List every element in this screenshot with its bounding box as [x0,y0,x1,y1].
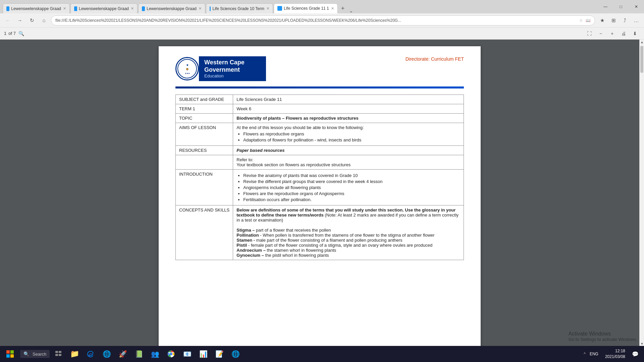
notification-icon: 💬 [632,351,639,357]
taskbar-app6-icon[interactable]: 📗 [131,347,146,361]
logo-circle: ⚜ 🦁 ★★★ [175,57,199,80]
list-item: Revise the anatomy of plants that was co… [243,173,460,178]
star-icon[interactable]: ☆ [579,18,583,23]
tab-overflow-button[interactable]: ⌄ [347,8,355,13]
notify-area: ^ [584,352,586,356]
scroll-up-arrow[interactable]: ▲ [640,40,644,44]
notification-center-button[interactable]: 💬 [629,347,641,361]
definition-stamen: Stamen - male part of the flower consist… [236,238,460,243]
address-box[interactable]: file:///E:/Life%20Sciences%202021/LESSON… [51,15,595,25]
svg-rect-11 [59,354,61,356]
tab-close-4[interactable]: ✕ [266,6,269,11]
svg-rect-10 [55,354,58,356]
pdf-toolbar-right: ⛶ − + 🖨 ⬇ [584,29,640,38]
close-button[interactable]: ✕ [629,0,644,13]
forward-button[interactable]: → [15,15,25,25]
tab-label-5: Life Sciences Grade 11 1 [284,6,329,11]
taskbar-clock[interactable]: 12:18 2021/03/08 [602,348,628,360]
label-term: TERM 1 [176,104,233,114]
taskbar-file-explorer-icon[interactable]: 📁 [67,347,82,361]
new-tab-button[interactable]: + [338,3,347,13]
chrome-icon [167,350,175,358]
refresh-button[interactable]: ↻ [27,15,37,25]
rocket-icon: 🚀 [119,350,127,358]
fit-page-button[interactable]: ⛶ [584,29,594,38]
definition-pistil: Pistil - female part of the flower consi… [236,243,460,248]
content-resources-detail: Refer to: Your textbook section on flowe… [233,155,464,170]
list-item: Fertilisation occurs after pollination. [243,197,460,202]
settings-menu-icon[interactable]: … [631,15,641,25]
scroll-down-arrow[interactable]: ▼ [640,341,644,346]
maximize-button[interactable]: □ [613,0,629,13]
taskbar: 🔍 Search 📁 🌐 🚀 [0,346,644,362]
crest-svg: ⚜ 🦁 ★★★ [177,59,197,79]
tab-icon-3 [142,6,145,11]
print-button[interactable]: 🖨 [619,29,629,38]
list-item: Angiosperms include all flowering plants [243,185,460,190]
taskbar-taskview-icon[interactable] [51,347,66,361]
definitions-block: Stigma – part of a flower that receives … [236,228,460,258]
tab-close-5[interactable]: ✕ [331,6,334,11]
taskbar-sys-tray: ENG [587,352,601,356]
taskbar-edge2-icon[interactable]: 🌐 [228,347,243,361]
label-topic: TOPIC [176,114,233,123]
zoom-in-button[interactable]: + [607,29,617,38]
table-row-introduction: INTRODUCTION Revise the anatomy of plant… [176,170,464,205]
taskbar-app5-icon[interactable]: 🚀 [115,347,130,361]
home-button[interactable]: ⌂ [39,15,49,25]
pdf-scrollbar[interactable]: ▲ ▼ [639,40,644,346]
pdf-search-icon[interactable]: 🔍 [18,31,24,36]
doc-header: ⚜ 🦁 ★★★ Western Cape Government Educatio… [175,56,464,81]
address-text: file:///E:/Life%20Sciences%202021/LESSON… [55,18,577,23]
taskbar-powerpoint-icon[interactable]: 📊 [196,347,211,361]
share-icon[interactable]: ⤴ [620,15,630,25]
collections-icon[interactable]: ⊞ [608,15,619,25]
scroll-thumb[interactable] [640,46,643,73]
tab-close-2[interactable]: ✕ [131,6,134,11]
taskbar-search-box[interactable]: 🔍 Search [20,350,50,358]
back-button[interactable]: ← [3,15,13,25]
address-icons: ☆ 📖 [579,18,591,23]
taskbar-app9-icon[interactable]: 📧 [180,347,195,361]
download-button[interactable]: ⬇ [630,29,640,38]
svg-rect-7 [10,354,14,358]
taskbar-ie-icon[interactable]: 🌐 [99,347,114,361]
taskbar-word-icon[interactable]: 📝 [212,347,227,361]
tab-lewenswetenskappe-3[interactable]: Lewenswetenskappe Graad ✕ [138,3,205,13]
aims-list: Flowers as reproductive organs Adaptatio… [243,131,460,142]
pdf-page-current: 1 [4,31,6,36]
taskbar-edge-icon[interactable] [83,347,98,361]
directorate-prefix: Directorate: [406,56,430,62]
logo-line2: Government [204,66,240,73]
list-item: Adaptations of flowers for pollination -… [243,137,460,142]
edge-icon [87,350,94,358]
tab-life-sciences-11[interactable]: Life Sciences Grade 11 1 ✕ [274,3,338,13]
start-button[interactable] [3,347,17,361]
content-topic: Biodiversity of plants – Flowers as repr… [233,114,464,123]
favorites-icon[interactable]: ★ [597,15,607,25]
directorate: Directorate: Curriculum FET [406,56,464,62]
reading-icon[interactable]: 📖 [586,18,591,23]
tab-life-sciences-10[interactable]: Life Sciences Grade 10 Term ✕ [206,3,273,13]
powerpoint-icon: 📊 [199,350,208,358]
tab-icon-2 [74,6,77,11]
directorate-name: Curriculum FET [431,56,464,62]
tab-close-1[interactable]: ✕ [63,6,66,11]
taskbar-teams-icon[interactable]: 👥 [148,347,162,361]
tab-close-3[interactable]: ✕ [199,6,202,11]
content-subject: Life Sciences Grade 11 [233,95,464,104]
tab-lewenswetenskappe-1[interactable]: Lewenswetenskappe Graad ✕ [3,3,70,13]
tab-lewenswetenskappe-2[interactable]: Lewenswetenskappe Graad ✕ [70,3,138,13]
windows-logo-icon [6,350,14,358]
pdf-page-total: of 7 [8,31,16,36]
blue-decorative-line [175,86,464,88]
taskbar-chrome-icon[interactable] [164,347,178,361]
label-concepts: CONCEPTS AND SKILLS [176,205,233,260]
table-row-topic: TOPIC Biodiversity of plants – Flowers a… [176,114,464,123]
svg-rect-8 [55,351,58,353]
address-bar-row: ← → ↻ ⌂ file:///E:/Life%20Sciences%20202… [0,13,644,27]
minimize-button[interactable]: — [598,0,613,13]
show-hidden-icons[interactable]: ^ [584,352,586,356]
label-subject: SUBJECT and GRADE [176,95,233,104]
zoom-out-button[interactable]: − [596,29,606,38]
